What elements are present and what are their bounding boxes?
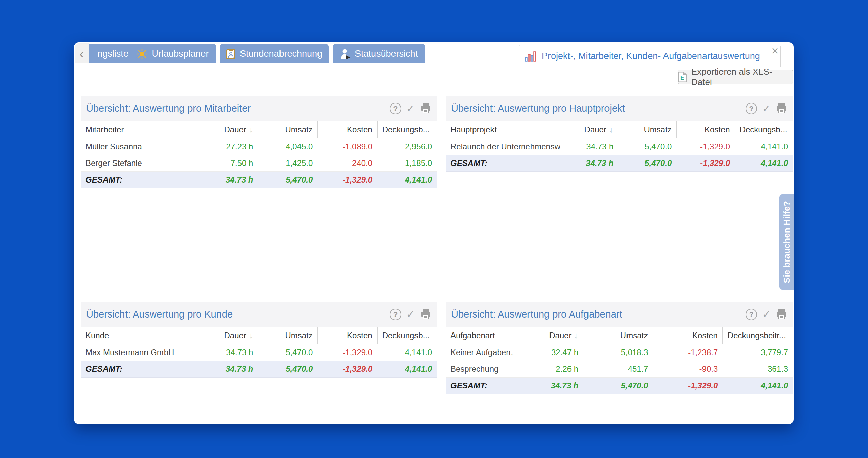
close-tab-button[interactable]: × [769, 44, 782, 57]
column-header-dauer[interactable]: Dauer↓ [198, 121, 258, 138]
table-row[interactable]: Keiner Aufgaben... 32.47 h 5,018.3 -1,23… [446, 344, 793, 361]
column-header-kosten[interactable]: Kosten [676, 121, 735, 138]
tab-urlaubsplaner[interactable]: Urlaubsplaner [130, 44, 216, 63]
help-icon[interactable]: ? [746, 103, 757, 114]
sort-desc-icon: ↓ [574, 331, 578, 340]
panel-auswertung-pro-kunde: Übersicht: Auswertung pro Kunde ? ✓ [81, 302, 437, 378]
column-header-umsatz[interactable]: Umsatz [258, 327, 317, 344]
export-button-label: Exportieren als XLS-Datei [691, 66, 793, 88]
close-icon: × [771, 45, 778, 57]
aufgabenart-table: Aufgabenart Dauer↓ Umsatz Kosten Deckung… [446, 327, 793, 394]
total-row: GESAMT: 34.73 h 5,470.0 -1,329.0 4,141.0 [81, 171, 437, 188]
kunde-table: Kunde Dauer↓ Umsatz Kosten Deckungsb... … [81, 327, 437, 378]
column-header-mitarbeiter[interactable]: Mitarbeiter [81, 121, 198, 138]
panel-auswertung-pro-mitarbeiter: Übersicht: Auswertung pro Mitarbeiter ? … [81, 96, 437, 188]
panel-header: Übersicht: Auswertung pro Hauptprojekt ?… [446, 96, 793, 121]
tab-stundenabrechnung[interactable]: Stundenabrechnung [220, 44, 329, 63]
sun-icon [137, 49, 147, 59]
column-header-kosten[interactable]: Kosten [653, 327, 723, 344]
app-window: ‹ ngsliste Urlaubsplaner [74, 42, 794, 424]
column-header-hauptprojekt[interactable]: Hauptprojekt [446, 121, 560, 138]
sort-desc-icon: ↓ [249, 331, 253, 340]
tab-label: ngsliste [97, 49, 129, 59]
column-header-deckungsbeitrag[interactable]: Deckungsb... [377, 121, 437, 138]
table-header-row: Kunde Dauer↓ Umsatz Kosten Deckungsb... [81, 327, 437, 344]
help-icon[interactable]: ? [746, 309, 757, 320]
check-icon[interactable]: ✓ [406, 308, 415, 320]
column-header-kosten[interactable]: Kosten [317, 327, 377, 344]
tabs-scroll-left-button[interactable]: ‹ [75, 43, 89, 63]
tab-auswertung-active[interactable]: Projekt-, Mitarbeiter, Kunden- Aufgabena… [519, 45, 781, 67]
table-header-row: Aufgabenart Dauer↓ Umsatz Kosten Deckung… [446, 327, 793, 344]
column-header-dauer[interactable]: Dauer↓ [560, 121, 618, 138]
table-header-row: Hauptprojekt Dauer↓ Umsatz Kosten Deckun… [446, 121, 793, 138]
clipboard-person-icon [226, 49, 235, 59]
mitarbeiter-table: Mitarbeiter Dauer↓ Umsatz Kosten Deckung… [81, 121, 437, 188]
desktop-background: ‹ ngsliste Urlaubsplaner [0, 0, 868, 458]
print-icon[interactable] [420, 103, 431, 114]
chevron-left-icon: ‹ [79, 47, 84, 60]
column-header-deckungsbeitrag[interactable]: Deckungsb... [735, 121, 793, 138]
panel-auswertung-pro-hauptprojekt: Übersicht: Auswertung pro Hauptprojekt ?… [446, 96, 793, 172]
panel-header: Übersicht: Auswertung pro Kunde ? ✓ [81, 302, 437, 327]
table-header-row: Mitarbeiter Dauer↓ Umsatz Kosten Deckung… [81, 121, 437, 138]
hauptprojekt-table: Hauptprojekt Dauer↓ Umsatz Kosten Deckun… [446, 121, 793, 172]
xls-file-icon: E [678, 72, 687, 82]
help-side-tab[interactable]: Sie brauchen Hilfe? [779, 194, 794, 290]
tab-liste[interactable]: ngsliste [82, 44, 135, 63]
print-icon[interactable] [776, 309, 787, 320]
check-icon[interactable]: ✓ [406, 102, 415, 114]
table-row[interactable]: Relaunch der Unternehmensw... 34.73 h 5,… [446, 138, 793, 155]
total-row: GESAMT: 34.73 h 5,470.0 -1,329.0 4,141.0 [446, 155, 793, 171]
print-icon[interactable] [776, 103, 787, 114]
tab-label: Projekt-, Mitarbeiter, Kunden- Aufgabena… [542, 51, 760, 61]
table-row[interactable]: Berger Stefanie 7.50 h 1,425.0 -240.0 1,… [81, 155, 437, 171]
panel-title: Übersicht: Auswertung pro Mitarbeiter [86, 103, 251, 114]
help-side-tab-label: Sie brauchen Hilfe? [782, 201, 792, 283]
column-header-deckungsbeitrag[interactable]: Deckungsb... [377, 327, 437, 344]
tab-label: Statusübersicht [355, 49, 418, 59]
column-header-umsatz[interactable]: Umsatz [618, 121, 676, 138]
panel-header: Übersicht: Auswertung pro Aufgabenart ? … [446, 302, 793, 327]
table-row[interactable]: Besprechung 2.26 h 451.7 -90.3 361.3 [446, 361, 793, 377]
tab-label: Urlaubsplaner [152, 49, 209, 59]
table-row[interactable]: Müller Susanna 27.23 h 4,045.0 -1,089.0 … [81, 138, 437, 155]
help-icon[interactable]: ? [390, 103, 401, 114]
bar-chart-icon [525, 51, 537, 62]
export-xls-button[interactable]: E Exportieren als XLS-Datei [678, 70, 793, 84]
sort-desc-icon: ↓ [609, 125, 613, 134]
panel-title: Übersicht: Auswertung pro Aufgabenart [451, 309, 622, 320]
column-header-deckungsbeitrag[interactable]: Deckungsbeitr... [722, 327, 793, 344]
help-icon[interactable]: ? [390, 309, 401, 320]
svg-text:E: E [680, 75, 684, 81]
panel-title: Übersicht: Auswertung pro Hauptprojekt [451, 103, 625, 114]
table-row[interactable]: Max Mustermann GmbH 34.73 h 5,470.0 -1,3… [81, 344, 437, 361]
column-header-dauer[interactable]: Dauer↓ [198, 327, 258, 344]
column-header-umsatz[interactable]: Umsatz [258, 121, 317, 138]
sort-desc-icon: ↓ [249, 125, 253, 134]
column-header-kunde[interactable]: Kunde [81, 327, 198, 344]
total-row: GESAMT: 34.73 h 5,470.0 -1,329.0 4,141.0 [81, 361, 437, 377]
column-header-umsatz[interactable]: Umsatz [583, 327, 653, 344]
panel-auswertung-pro-aufgabenart: Übersicht: Auswertung pro Aufgabenart ? … [446, 302, 793, 394]
column-header-dauer[interactable]: Dauer↓ [513, 327, 583, 344]
panel-header: Übersicht: Auswertung pro Mitarbeiter ? … [81, 96, 437, 121]
panel-title: Übersicht: Auswertung pro Kunde [86, 309, 233, 320]
column-header-aufgabenart[interactable]: Aufgabenart [446, 327, 513, 344]
check-icon[interactable]: ✓ [762, 102, 771, 114]
column-header-kosten[interactable]: Kosten [317, 121, 377, 138]
total-row: GESAMT: 34.73 h 5,470.0 -1,329.0 4,141.0 [446, 377, 793, 394]
person-status-icon [340, 49, 350, 59]
tab-statusuebersicht[interactable]: Statusübersicht [333, 44, 425, 63]
print-icon[interactable] [420, 309, 431, 320]
check-icon[interactable]: ✓ [762, 308, 771, 320]
tab-label: Stundenabrechnung [240, 49, 322, 59]
